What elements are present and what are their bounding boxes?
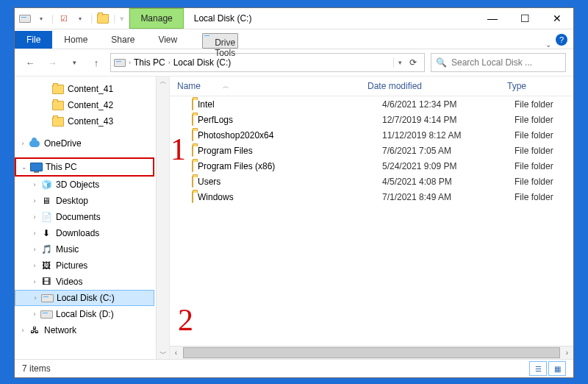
file-row[interactable]: Program Files7/6/2021 7:05 AMFile folder — [170, 143, 573, 158]
file-date: 11/12/2019 8:12 AM — [375, 130, 507, 141]
file-type: File folder — [507, 192, 573, 202]
nav-label: Local Disk (C:) — [57, 293, 115, 303]
nav-3d-objects-icon: 🧊 — [40, 179, 53, 191]
nav-documents[interactable]: ›📄Documents — [15, 209, 169, 225]
breadcrumb-localdisk[interactable]: Local Disk (C:) — [173, 57, 232, 68]
share-tab[interactable]: Share — [99, 31, 146, 49]
drive-tools-tab[interactable]: Drive Tools — [202, 33, 238, 49]
qat-overflow-icon[interactable]: ▾ — [120, 14, 124, 24]
expand-arrow-icon[interactable]: › — [29, 262, 40, 269]
nav-thispc[interactable]: ⌄This PC — [15, 157, 154, 177]
close-button[interactable]: ✕ — [541, 8, 573, 29]
nav-local-disk-c-[interactable]: ›Local Disk (C:) — [15, 290, 154, 306]
view-tab[interactable]: View — [146, 31, 189, 49]
expand-arrow-icon[interactable]: › — [29, 278, 40, 285]
nav-network-icon: 🖧 — [28, 324, 41, 336]
contextual-tab-manage[interactable]: Manage — [129, 8, 183, 29]
nav-network[interactable]: ›🖧Network — [15, 322, 169, 338]
folder-icon — [192, 115, 193, 125]
back-button[interactable]: ← — [22, 54, 38, 71]
scroll-left-icon[interactable]: ‹ — [170, 349, 182, 357]
details-view-icon[interactable]: ☰ — [529, 361, 547, 376]
nav-3d-objects[interactable]: ›🧊3D Objects — [15, 177, 169, 193]
file-row[interactable]: Photoshop2020x6411/12/2019 8:12 AMFile f… — [170, 127, 573, 143]
ribbon-tabs: File Home Share View Drive Tools ⌄ ? — [15, 29, 573, 49]
address-bar[interactable]: › This PC › Local Disk (C:) ▾ ⟳ — [110, 53, 425, 72]
expand-arrow-icon[interactable]: › — [29, 246, 40, 253]
expand-arrow-icon[interactable]: › — [29, 181, 40, 188]
nav-thispc-icon — [29, 161, 43, 173]
expand-arrow-icon[interactable]: › — [29, 230, 40, 237]
nav-music[interactable]: ›🎵Music — [15, 241, 169, 257]
qat-properties-icon[interactable]: ☑ — [58, 13, 70, 24]
help-icon[interactable]: ? — [556, 34, 567, 46]
nav-scrollbar[interactable]: ︿﹀ — [156, 77, 169, 359]
file-type: File folder — [507, 115, 573, 125]
file-row[interactable]: Users4/5/2021 4:08 PMFile folder — [170, 174, 573, 189]
qat-folder-icon[interactable] — [97, 13, 109, 24]
nav-desktop[interactable]: ›🖥Desktop — [15, 193, 169, 209]
maximize-button[interactable]: ☐ — [509, 8, 541, 29]
header-type[interactable]: Type — [500, 81, 573, 91]
nav-local-disk-d-[interactable]: ›Local Disk (D:) — [15, 306, 169, 322]
breadcrumb-thispc[interactable]: This PC — [134, 57, 165, 68]
address-dropdown-icon[interactable]: ▾ — [398, 59, 402, 66]
folder-icon — [192, 192, 193, 202]
address-bar-row: ← → ▾ ↑ › This PC › Local Disk (C:) ▾ ⟳ … — [15, 49, 573, 77]
nav-folder-1[interactable]: Content_42 — [15, 97, 169, 113]
column-headers[interactable]: Name︿ Date modified Type — [170, 77, 573, 96]
search-input[interactable]: 🔍 Search Local Disk ... — [431, 53, 566, 72]
nav-desktop-icon: 🖥 — [40, 195, 53, 207]
up-button[interactable]: ↑ — [88, 54, 104, 71]
file-date: 7/6/2021 7:05 AM — [375, 146, 507, 156]
nav-onedrive[interactable]: ›OneDrive — [15, 135, 169, 152]
file-name: PerfLogs — [198, 115, 233, 125]
nav-label: OneDrive — [44, 138, 82, 149]
file-row[interactable]: Intel4/6/2021 12:34 PMFile folder — [170, 96, 573, 112]
nav-folder-2[interactable]: Content_43 — [15, 113, 169, 129]
explorer-window: ▾ | ☑ ▾ | | ▾ Manage Local Disk (C:) — ☐… — [14, 7, 574, 378]
header-name[interactable]: Name — [177, 81, 201, 91]
expand-arrow-icon[interactable]: ⌄ — [19, 163, 29, 171]
qat-dropdown-icon[interactable]: ▾ — [35, 13, 47, 24]
expand-arrow-icon[interactable]: › — [18, 140, 28, 147]
file-row[interactable]: Windows7/1/2021 8:49 AMFile folder — [170, 189, 573, 205]
chevron-right-icon[interactable]: › — [129, 59, 131, 66]
header-date[interactable]: Date modified — [360, 81, 500, 91]
nav-downloads[interactable]: ›⬇Downloads — [15, 225, 169, 241]
folder-icon — [192, 99, 193, 110]
forward-button[interactable]: → — [44, 54, 60, 71]
expand-arrow-icon[interactable]: › — [29, 310, 40, 318]
file-date: 4/6/2021 12:34 PM — [375, 99, 507, 110]
expand-arrow-icon[interactable]: › — [29, 213, 40, 221]
qat-dropdown2-icon[interactable]: ▾ — [74, 13, 86, 24]
horizontal-scrollbar[interactable]: ‹ › — [170, 346, 573, 359]
nav-videos[interactable]: ›🎞Videos — [15, 274, 169, 290]
file-type: File folder — [507, 146, 573, 156]
status-item-count: 7 items — [22, 363, 51, 374]
file-name: Intel — [198, 99, 215, 110]
expand-arrow-icon[interactable]: › — [30, 294, 40, 302]
nav-local-disk-c--icon — [40, 292, 54, 304]
large-icons-view-icon[interactable]: ▦ — [548, 361, 566, 376]
minimize-button[interactable]: — — [476, 8, 509, 29]
nav-label: Content_41 — [68, 84, 113, 94]
quick-access-toolbar: ▾ | ☑ ▾ | | ▾ — [15, 8, 129, 29]
expand-arrow-icon[interactable]: › — [18, 327, 28, 334]
refresh-icon[interactable]: ⟳ — [409, 57, 417, 68]
nav-label: Music — [56, 244, 79, 255]
nav-label: Pictures — [56, 260, 87, 271]
file-row[interactable]: Program Files (x86)5/24/2021 9:09 PMFile… — [170, 158, 573, 174]
nav-folder-0[interactable]: Content_41 — [15, 81, 169, 97]
scroll-right-icon[interactable]: › — [561, 349, 573, 357]
expand-arrow-icon[interactable]: › — [29, 197, 40, 205]
nav-label: Content_42 — [68, 100, 113, 110]
chevron-right-icon[interactable]: › — [168, 59, 171, 66]
file-row[interactable]: PerfLogs12/7/2019 4:14 PMFile folder — [170, 112, 573, 127]
scroll-thumb[interactable] — [183, 347, 560, 358]
ribbon-expand-icon[interactable]: ⌄ — [541, 40, 556, 49]
file-tab[interactable]: File — [15, 31, 52, 49]
home-tab[interactable]: Home — [52, 31, 99, 49]
nav-pictures[interactable]: ›🖼Pictures — [15, 257, 169, 274]
recent-dropdown-icon[interactable]: ▾ — [66, 54, 82, 71]
